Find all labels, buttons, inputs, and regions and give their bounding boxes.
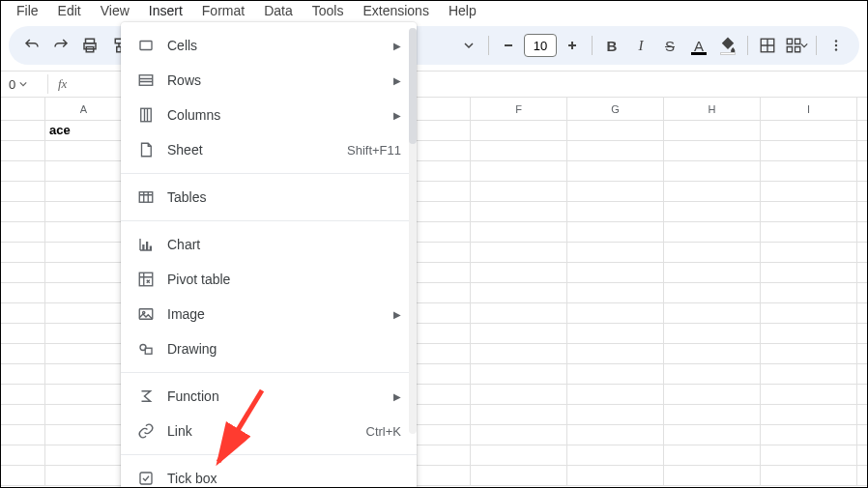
- menu-view[interactable]: View: [91, 3, 139, 18]
- cell[interactable]: [664, 405, 761, 424]
- menu-tools[interactable]: Tools: [303, 3, 354, 18]
- cell[interactable]: [567, 263, 664, 282]
- cell[interactable]: [471, 283, 567, 302]
- cell[interactable]: [761, 202, 857, 221]
- menu-item-chart[interactable]: Chart: [121, 227, 417, 262]
- cell[interactable]: [471, 121, 567, 140]
- cell[interactable]: [664, 202, 761, 221]
- cell[interactable]: [45, 385, 123, 404]
- cell[interactable]: [471, 405, 567, 424]
- cell[interactable]: [471, 364, 567, 384]
- cell[interactable]: [567, 364, 664, 384]
- row-header[interactable]: [1, 182, 45, 201]
- row-header[interactable]: [1, 263, 45, 282]
- menu-item-drawing[interactable]: Drawing: [121, 331, 417, 366]
- menu-edit[interactable]: Edit: [48, 3, 91, 18]
- cell[interactable]: [471, 243, 567, 262]
- menu-file[interactable]: File: [7, 3, 48, 18]
- row-header[interactable]: [1, 141, 45, 160]
- cell[interactable]: [567, 425, 664, 445]
- text-color-button[interactable]: A: [685, 32, 712, 59]
- redo-button[interactable]: [47, 32, 74, 59]
- cell[interactable]: [45, 182, 123, 201]
- cell[interactable]: [761, 222, 857, 242]
- cell[interactable]: [45, 303, 123, 323]
- font-size-increase[interactable]: [559, 32, 586, 59]
- cell[interactable]: [664, 182, 761, 201]
- cell[interactable]: [664, 344, 761, 363]
- select-all-corner[interactable]: [1, 98, 45, 120]
- cell[interactable]: [471, 182, 567, 201]
- cell[interactable]: [45, 445, 123, 465]
- borders-button[interactable]: [754, 32, 781, 59]
- row-header[interactable]: [1, 202, 45, 221]
- row-header[interactable]: [1, 385, 45, 404]
- cell[interactable]: [761, 243, 857, 262]
- cell[interactable]: [45, 202, 123, 221]
- row-header[interactable]: [1, 405, 45, 424]
- font-size-input[interactable]: [524, 34, 557, 57]
- cell[interactable]: [761, 263, 857, 282]
- cell[interactable]: [567, 405, 664, 424]
- cell[interactable]: [45, 283, 123, 302]
- menu-data[interactable]: Data: [254, 3, 303, 18]
- cell[interactable]: [664, 243, 761, 262]
- cell[interactable]: [761, 141, 857, 160]
- strikethrough-button[interactable]: S: [656, 32, 683, 59]
- col-header-g[interactable]: G: [567, 98, 664, 120]
- cell[interactable]: [471, 222, 567, 242]
- cell[interactable]: [471, 303, 567, 323]
- cell[interactable]: [664, 364, 761, 384]
- row-header[interactable]: [1, 161, 45, 181]
- cell[interactable]: [567, 466, 664, 485]
- cell[interactable]: [45, 141, 123, 160]
- cell[interactable]: [567, 161, 664, 181]
- cell[interactable]: [664, 141, 761, 160]
- cell[interactable]: [761, 364, 857, 384]
- cell[interactable]: [567, 385, 664, 404]
- cell[interactable]: [471, 202, 567, 221]
- merge-button[interactable]: [783, 32, 810, 59]
- cell[interactable]: [45, 222, 123, 242]
- col-header-a[interactable]: A: [45, 98, 123, 120]
- cell[interactable]: [761, 161, 857, 181]
- cell[interactable]: [45, 344, 123, 363]
- cell[interactable]: [664, 466, 761, 485]
- menu-insert[interactable]: Insert: [139, 3, 192, 18]
- cell[interactable]: [471, 141, 567, 160]
- cell[interactable]: [664, 263, 761, 282]
- cell[interactable]: [45, 243, 123, 262]
- col-header-h[interactable]: H: [664, 98, 761, 120]
- col-header-i[interactable]: I: [761, 98, 857, 120]
- row-header[interactable]: [1, 243, 45, 262]
- cell[interactable]: [471, 385, 567, 404]
- row-header[interactable]: [1, 121, 45, 140]
- menu-item-image[interactable]: Image▶: [121, 297, 417, 331]
- cell[interactable]: [664, 222, 761, 242]
- menu-format[interactable]: Format: [192, 3, 254, 18]
- cell[interactable]: [664, 161, 761, 181]
- cell[interactable]: [567, 182, 664, 201]
- cell[interactable]: [761, 283, 857, 302]
- cell[interactable]: [664, 303, 761, 323]
- cell[interactable]: [471, 445, 567, 465]
- cell[interactable]: [761, 182, 857, 201]
- menu-scrollbar[interactable]: [409, 28, 417, 434]
- row-header[interactable]: [1, 364, 45, 384]
- menu-extensions[interactable]: Extensions: [353, 3, 438, 18]
- cell[interactable]: [471, 425, 567, 445]
- cell[interactable]: [471, 466, 567, 485]
- menu-item-cells[interactable]: Cells▶: [121, 28, 417, 63]
- menu-item-columns[interactable]: Columns▶: [121, 98, 417, 132]
- cell[interactable]: [567, 445, 664, 465]
- cell[interactable]: [567, 222, 664, 242]
- cell[interactable]: [761, 445, 857, 465]
- menu-item-sheet[interactable]: SheetShift+F11: [121, 132, 417, 167]
- row-header[interactable]: [1, 283, 45, 302]
- dropdown-button[interactable]: [455, 32, 482, 59]
- cell[interactable]: [761, 324, 857, 343]
- cell[interactable]: [664, 324, 761, 343]
- row-header[interactable]: [1, 344, 45, 363]
- menu-item-tables[interactable]: Tables: [121, 180, 417, 215]
- menu-item-function[interactable]: Function▶: [121, 379, 417, 414]
